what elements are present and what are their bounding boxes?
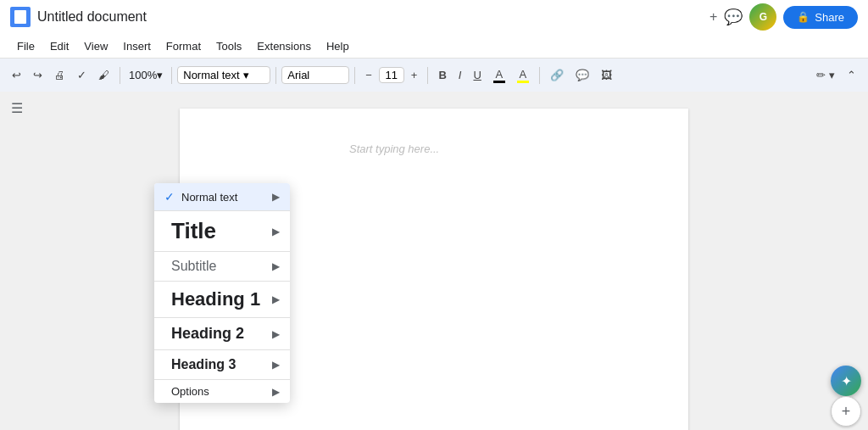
undo-button[interactable]: ↩: [7, 65, 26, 85]
separator-2: [171, 67, 172, 84]
dropdown-label-normal: Normal text: [175, 191, 272, 204]
separator-3: [275, 67, 276, 84]
dropdown-item-heading2[interactable]: Heading 2 ▶: [154, 318, 290, 349]
ai-star-icon: ✦: [841, 373, 852, 389]
add-plus-icon: +: [842, 403, 851, 421]
highlight-button[interactable]: A: [512, 64, 534, 87]
link-button[interactable]: 🔗: [545, 65, 569, 85]
font-size-control: − +: [360, 65, 422, 85]
highlight-bar: [517, 81, 529, 83]
arrow-heading1-icon: ▶: [272, 293, 280, 305]
spellcheck-button[interactable]: ✓: [72, 65, 92, 85]
doc-icon: [10, 7, 31, 27]
menu-insert[interactable]: Insert: [116, 37, 158, 55]
sidebar-left: ☰: [0, 92, 34, 430]
dropdown-label-subtitle: Subtitle: [171, 254, 216, 279]
dropdown-label-options: Options: [171, 385, 209, 398]
doc-icon-inner: [14, 10, 26, 24]
menu-view[interactable]: View: [77, 37, 114, 55]
dropdown-item-title[interactable]: Title ▶: [154, 211, 290, 251]
font-selector[interactable]: Arial: [281, 66, 349, 84]
check-normal-icon: ✓: [164, 190, 175, 204]
arrow-options-icon: ▶: [272, 386, 280, 398]
menu-extensions[interactable]: Extensions: [250, 37, 318, 55]
separator-4: [354, 67, 355, 84]
text-color-bar: [493, 81, 505, 83]
ai-assistant-button[interactable]: ✦: [831, 366, 861, 396]
arrow-normal-icon: ▶: [272, 191, 280, 203]
dropdown-item-heading3[interactable]: Heading 3 ▶: [154, 350, 290, 379]
add-content-button[interactable]: +: [831, 396, 861, 427]
cursor-text: Start typing here...: [349, 142, 439, 155]
arrow-title-icon: ▶: [272, 226, 280, 237]
text-color-indicator: A: [493, 68, 505, 83]
bold-button[interactable]: B: [433, 65, 451, 85]
text-color-button[interactable]: A: [488, 64, 510, 87]
image-button[interactable]: 🖼: [596, 65, 617, 85]
font-size-decrease[interactable]: −: [360, 65, 377, 85]
separator-6: [539, 67, 540, 84]
menu-help[interactable]: Help: [320, 37, 356, 55]
comment-inline-button[interactable]: 💬: [570, 65, 594, 85]
font-size-increase[interactable]: +: [406, 65, 423, 85]
arrow-subtitle-icon: ▶: [272, 260, 280, 272]
editing-mode-button[interactable]: ✏ ▾: [811, 65, 840, 85]
dropdown-label-heading3: Heading 3: [171, 352, 236, 377]
lock-icon: 🔒: [797, 11, 810, 23]
dropdown-item-heading1[interactable]: Heading 1 ▶: [154, 282, 290, 317]
highlight-indicator: A: [517, 68, 529, 83]
main-area: ☰ Start typing here... ✓ Normal text ▶ T…: [0, 92, 868, 430]
print-button[interactable]: 🖨: [49, 65, 70, 85]
dropdown-item-normal[interactable]: ✓ Normal text ▶: [154, 183, 290, 210]
zoom-selector[interactable]: 100%▾: [125, 67, 166, 83]
share-button[interactable]: 🔒 Share: [783, 6, 858, 29]
separator-5: [427, 67, 428, 84]
dropdown-label-title: Title: [171, 213, 216, 249]
dropdown-label-heading2: Heading 2: [171, 320, 244, 348]
outline-icon[interactable]: ☰: [11, 100, 23, 116]
title-right-actions: 💬 G 🔒 Share: [724, 3, 858, 31]
menu-file[interactable]: File: [10, 37, 42, 55]
menu-bar: File Edit View Insert Format Tools Exten…: [0, 34, 868, 58]
menu-tools[interactable]: Tools: [209, 37, 248, 55]
star-icon[interactable]: +: [709, 9, 717, 25]
paintformat-button[interactable]: 🖌: [93, 65, 114, 85]
dropdown-item-options[interactable]: Options ▶: [154, 380, 290, 403]
font-size-input[interactable]: [379, 67, 404, 83]
style-dropdown-menu: ✓ Normal text ▶ Title ▶ Subtitle ▶ Headi…: [154, 183, 290, 403]
arrow-heading2-icon: ▶: [272, 328, 280, 340]
dropdown-item-subtitle[interactable]: Subtitle ▶: [154, 252, 290, 281]
style-dropdown[interactable]: Normal text ▾: [177, 66, 270, 84]
collapse-toolbar-button[interactable]: ⌃: [842, 65, 861, 85]
menu-edit[interactable]: Edit: [43, 37, 75, 55]
avatar[interactable]: G: [749, 3, 776, 31]
redo-button[interactable]: ↪: [28, 65, 47, 85]
comment-icon[interactable]: 💬: [724, 8, 743, 26]
dropdown-label-heading1: Heading 1: [171, 283, 260, 316]
menu-format[interactable]: Format: [159, 37, 208, 55]
underline-button[interactable]: U: [468, 65, 486, 85]
arrow-heading3-icon: ▶: [272, 359, 280, 371]
toolbar: ↩ ↪ 🖨 ✓ 🖌 100%▾ Normal text ▾ Arial − + …: [0, 58, 868, 92]
title-bar: Untitled document + 💬 G 🔒 Share: [0, 0, 868, 34]
document-title[interactable]: Untitled document: [37, 9, 703, 25]
italic-button[interactable]: I: [453, 65, 467, 85]
separator-1: [120, 67, 120, 84]
